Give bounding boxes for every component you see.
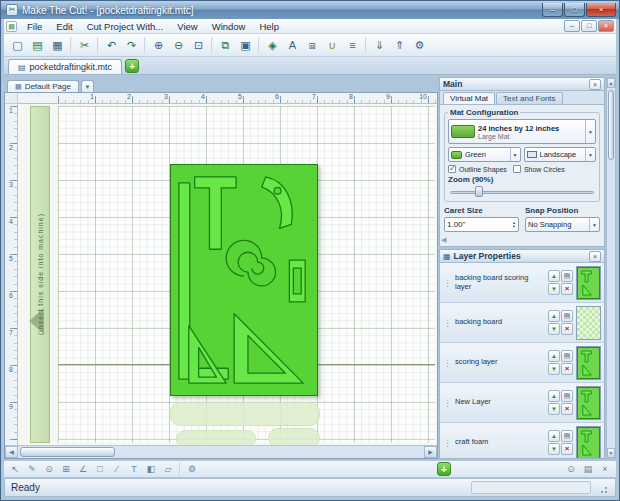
close-layers-icon[interactable]: × bbox=[597, 462, 613, 477]
layer-row[interactable]: ⋮ backing board scoring layer ▲ ▤ ▼ × bbox=[440, 263, 604, 303]
spinner-arrows[interactable]: ▲▼ bbox=[512, 221, 516, 229]
page-shapes-group[interactable] bbox=[170, 164, 318, 396]
collapse-panel-arrow[interactable]: ◀ bbox=[441, 236, 446, 244]
mat-size-dropdown[interactable]: 24 inches by 12 inches Large Mat ▼ bbox=[448, 119, 596, 144]
zoom-slider-track[interactable] bbox=[450, 191, 594, 194]
layer-move-up-button[interactable]: ▲ bbox=[548, 430, 560, 442]
layer-delete-button[interactable]: × bbox=[561, 323, 573, 335]
layer-row[interactable]: ⋮ craft foam ▲ ▤ ▼ × bbox=[440, 423, 604, 458]
v-scrollbar-track[interactable] bbox=[607, 88, 615, 448]
zoom-tool-icon[interactable]: ⊙ bbox=[41, 462, 57, 477]
scroll-up-button[interactable]: ▲ bbox=[607, 78, 615, 88]
close-button[interactable]: × bbox=[586, 3, 616, 17]
t-square-shape[interactable] bbox=[195, 177, 236, 249]
layer-thumbnail[interactable] bbox=[576, 426, 601, 459]
spiral-shape[interactable] bbox=[226, 240, 275, 286]
zoom-out-icon[interactable]: ⊖ bbox=[169, 36, 188, 55]
show-circles-checkbox[interactable]: ✓ Show Circles bbox=[513, 165, 565, 173]
scroll-down-button[interactable]: ▼ bbox=[607, 448, 615, 458]
rect-template-shape[interactable] bbox=[289, 260, 305, 302]
menu-item[interactable]: View bbox=[170, 20, 204, 33]
menu-item[interactable]: Help bbox=[252, 20, 286, 33]
layer-move-down-button[interactable]: ▼ bbox=[548, 443, 560, 455]
panel-tab[interactable]: Text and Fonts bbox=[496, 92, 562, 104]
layer-move-up-button[interactable]: ▲ bbox=[548, 350, 560, 362]
zoom-in-icon[interactable]: ⊕ bbox=[149, 36, 168, 55]
text-tool-icon[interactable]: A bbox=[283, 36, 302, 55]
close-main-panel-button[interactable]: × bbox=[589, 79, 601, 90]
mat-color-dropdown[interactable]: Green ▼ bbox=[448, 147, 521, 162]
layer-move-down-button[interactable]: ▼ bbox=[548, 283, 560, 295]
text-insert-tool-icon[interactable]: T bbox=[126, 462, 142, 477]
cut-project-icon[interactable]: ✂ bbox=[75, 36, 94, 55]
page-list-dropdown-button[interactable]: ▼ bbox=[81, 80, 94, 92]
panel-tab[interactable]: Virtual Mat bbox=[443, 92, 495, 104]
weld-icon[interactable]: ∪ bbox=[323, 36, 342, 55]
undo-icon[interactable]: ↶ bbox=[102, 36, 121, 55]
virtual-mat-grid[interactable] bbox=[58, 106, 435, 443]
eraser-tool-icon[interactable]: ▱ bbox=[160, 462, 176, 477]
shape-tool-icon[interactable]: □ bbox=[92, 462, 108, 477]
outline-shapes-checkbox[interactable]: ✓ Outline Shapes bbox=[448, 165, 507, 173]
menu-item[interactable]: Edit bbox=[49, 20, 79, 33]
layer-delete-button[interactable]: × bbox=[561, 403, 573, 415]
measure-tool-icon[interactable]: ∠ bbox=[75, 462, 91, 477]
menu-item[interactable]: Window bbox=[205, 20, 253, 33]
wrench-icon[interactable]: ⚙ bbox=[184, 462, 200, 477]
scroll-right-button[interactable]: ▶ bbox=[424, 446, 437, 458]
layer-visibility-button[interactable]: ▤ bbox=[561, 350, 573, 362]
french-curve-shape[interactable] bbox=[262, 177, 292, 229]
document-tab[interactable]: ▤ pocketdraftingkit.mtc bbox=[8, 59, 122, 74]
import-icon[interactable]: ⇓ bbox=[370, 36, 389, 55]
layer-move-down-button[interactable]: ▼ bbox=[548, 323, 560, 335]
page-tab[interactable]: ▤ Default Page bbox=[7, 80, 79, 92]
mdi-close-button[interactable]: × bbox=[598, 20, 614, 32]
shapes-library-icon[interactable]: ◈ bbox=[263, 36, 282, 55]
layer-thumbnail[interactable] bbox=[576, 386, 601, 420]
layer-drag-handle[interactable]: ⋮ bbox=[443, 278, 452, 288]
vertical-scrollbar[interactable]: ▲ ▼ bbox=[606, 77, 616, 459]
layer-move-up-button[interactable]: ▲ bbox=[548, 310, 560, 322]
layer-delete-button[interactable]: × bbox=[561, 443, 573, 455]
layer-thumbnail[interactable] bbox=[576, 346, 601, 380]
mdi-restore-button[interactable]: □ bbox=[581, 20, 597, 32]
layer-drag-handle[interactable]: ⋮ bbox=[443, 358, 452, 368]
export-icon[interactable]: ⇑ bbox=[390, 36, 409, 55]
layer-move-up-button[interactable]: ▲ bbox=[548, 390, 560, 402]
fill-tool-icon[interactable]: ◧ bbox=[143, 462, 159, 477]
minimize-button[interactable]: – bbox=[542, 3, 563, 17]
paste-icon[interactable]: ▣ bbox=[236, 36, 255, 55]
copy-icon[interactable]: ⧉ bbox=[216, 36, 235, 55]
select-tool-icon[interactable]: ↖ bbox=[7, 462, 23, 477]
layer-delete-button[interactable]: × bbox=[561, 283, 573, 295]
canvas-viewport[interactable]: (insert this side into machine) bbox=[18, 104, 437, 445]
zoom-slider-thumb[interactable] bbox=[475, 186, 483, 197]
add-layer-button[interactable]: + bbox=[437, 462, 451, 476]
large-triangle-shape[interactable] bbox=[234, 314, 303, 383]
layer-drag-handle[interactable]: ⋮ bbox=[443, 398, 452, 408]
close-layers-panel-button[interactable]: × bbox=[589, 251, 601, 262]
layer-delete-button[interactable]: × bbox=[561, 363, 573, 375]
maximize-button[interactable]: □ bbox=[564, 3, 585, 17]
print-mat-icon[interactable]: ▤ bbox=[580, 462, 596, 477]
open-file-icon[interactable]: ▤ bbox=[28, 36, 47, 55]
layer-drag-handle[interactable]: ⋮ bbox=[443, 438, 452, 448]
zoom-fit-icon[interactable]: ⊡ bbox=[189, 36, 208, 55]
align-icon[interactable]: ≡ bbox=[343, 36, 362, 55]
layer-visibility-button[interactable]: ▤ bbox=[561, 430, 573, 442]
layer-move-down-button[interactable]: ▼ bbox=[548, 403, 560, 415]
layer-drag-handle[interactable]: ⋮ bbox=[443, 318, 452, 328]
layer-thumbnail[interactable] bbox=[576, 306, 601, 340]
zoom-slider[interactable] bbox=[448, 186, 596, 197]
zoom-layers-icon[interactable]: ⊙ bbox=[563, 462, 579, 477]
pan-tool-icon[interactable]: ⊞ bbox=[58, 462, 74, 477]
orientation-dropdown[interactable]: Landscape ▼ bbox=[524, 147, 597, 162]
h-scrollbar-thumb[interactable] bbox=[20, 447, 115, 457]
new-file-icon[interactable]: ▢ bbox=[8, 36, 27, 55]
menu-item[interactable]: File bbox=[20, 20, 49, 33]
node-edit-tool-icon[interactable]: ✎ bbox=[24, 462, 40, 477]
layer-visibility-button[interactable]: ▤ bbox=[561, 310, 573, 322]
layer-row[interactable]: ⋮ backing board ▲ ▤ ▼ × bbox=[440, 303, 604, 343]
caret-size-input[interactable]: 1.00" ▲▼ bbox=[444, 217, 519, 232]
group-icon[interactable]: ⧈ bbox=[303, 36, 322, 55]
